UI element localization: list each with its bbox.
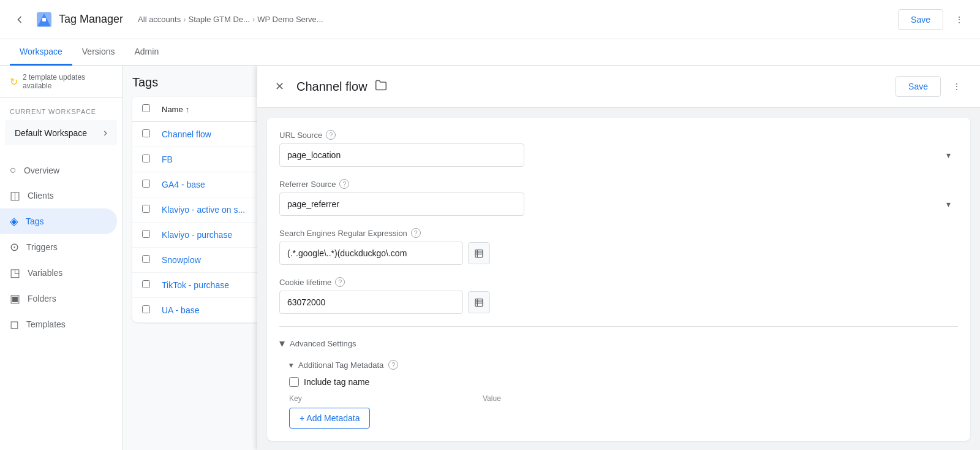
referrer-source-help-icon[interactable]: ? — [339, 179, 349, 189]
row-checkbox[interactable] — [142, 180, 150, 188]
referrer-source-group: Referrer Source ? page_referrer ▾ — [279, 179, 958, 216]
include-tag-name-checkbox[interactable] — [289, 377, 299, 387]
row-checkbox[interactable] — [142, 305, 150, 313]
cookie-lifetime-help-icon[interactable]: ? — [335, 277, 345, 287]
url-source-select[interactable]: page_location — [279, 143, 524, 167]
row-checkbox[interactable] — [142, 154, 150, 162]
select-all-input[interactable] — [142, 104, 150, 112]
sidebar-section-label: CURRENT WORKSPACE — [0, 103, 122, 118]
workspace-arrow-icon: › — [104, 126, 107, 139]
panel-more-button[interactable]: ⋮ — [946, 75, 968, 97]
search-engines-group: Search Engines Regular Expression ? — [279, 228, 958, 265]
tab-versions[interactable]: Versions — [72, 39, 125, 66]
url-source-help-icon[interactable]: ? — [326, 130, 336, 140]
additional-metadata-label: Additional Tag Metadata — [298, 360, 383, 370]
sidebar-item-label-clients: Clients — [28, 191, 54, 200]
select-all-checkbox[interactable] — [142, 104, 162, 114]
cookie-lifetime-group: Cookie lifetime ? 63072000 — [279, 277, 958, 314]
referrer-source-select-wrapper: page_referrer ▾ — [279, 193, 958, 216]
cookie-lifetime-input-wrapper: 63072000 — [279, 291, 958, 314]
sidebar-workspace-selector[interactable]: Default Workspace › — [5, 120, 117, 145]
triggers-icon: ⊙ — [10, 240, 19, 254]
panel-save-button[interactable]: Save — [895, 76, 941, 97]
back-button[interactable] — [10, 10, 29, 29]
sidebar-update-banner[interactable]: ↻ 2 template updates available — [0, 66, 122, 98]
sidebar-item-label-folders: Folders — [28, 294, 56, 303]
tab-admin[interactable]: Admin — [124, 39, 168, 66]
referrer-source-chevron-icon: ▾ — [946, 199, 951, 209]
sidebar-item-templates[interactable]: ◻ Templates — [0, 311, 117, 337]
tab-workspace[interactable]: Workspace — [10, 39, 72, 66]
panel-container: ✕ Channel flow Save ⋮ — [257, 66, 980, 450]
sidebar-item-clients[interactable]: ◫ Clients — [0, 183, 117, 208]
row-checkbox[interactable] — [142, 255, 150, 263]
sort-icon[interactable]: ↑ — [186, 105, 190, 114]
tag-link[interactable]: Snowplow — [162, 255, 201, 265]
panel-folder-icon[interactable] — [375, 79, 387, 94]
tag-link[interactable]: GA4 - base — [162, 180, 205, 189]
overview-icon: ○ — [10, 164, 17, 177]
additional-metadata-toggle[interactable]: ▾ Additional Tag Metadata ? — [289, 360, 958, 370]
row-checkbox[interactable] — [142, 129, 150, 137]
tag-link[interactable]: FB — [162, 154, 173, 164]
sidebar-item-label-templates: Templates — [26, 319, 66, 329]
breadcrumb-page: WP Demo Serve... — [257, 15, 323, 24]
include-tag-name-label: Include tag name — [304, 377, 369, 387]
sidebar-item-variables[interactable]: ◳ Variables — [0, 260, 117, 286]
tag-link[interactable]: Channel flow — [162, 129, 211, 139]
breadcrumb-sep: › — [183, 15, 186, 24]
cookie-lifetime-picker-icon[interactable] — [468, 291, 490, 313]
row-checkbox[interactable] — [142, 280, 150, 288]
url-source-label: URL Source ? — [279, 130, 958, 140]
svg-rect-2 — [42, 18, 46, 21]
breadcrumb-part1: All accounts — [138, 15, 181, 24]
cookie-lifetime-label: Cookie lifetime ? — [279, 277, 958, 287]
settings-card: URL Source ? page_location ▾ — [267, 118, 970, 441]
referrer-source-select[interactable]: page_referrer — [279, 193, 524, 216]
tag-link[interactable]: TikTok - purchase — [162, 280, 229, 290]
app-name: Tag Manager — [59, 13, 123, 26]
workspace-name: Default Workspace — [15, 128, 87, 138]
topbar-more-button[interactable]: ⋮ — [948, 9, 970, 31]
additional-metadata-help-icon[interactable]: ? — [388, 360, 398, 370]
panel-title: Channel flow — [296, 80, 368, 94]
sidebar-item-folders[interactable]: ▣ Folders — [0, 286, 117, 311]
update-icon: ↻ — [10, 76, 18, 88]
advanced-settings-label: Advanced Settings — [290, 339, 356, 348]
name-column-header: Name ↑ — [162, 105, 189, 114]
tags-icon: ◈ — [10, 215, 18, 228]
sidebar-item-label-tags: Tags — [26, 216, 44, 226]
sidebar-item-tags[interactable]: ◈ Tags — [0, 208, 117, 234]
app-logo — [34, 10, 54, 29]
panel-body: URL Source ? page_location ▾ — [257, 108, 980, 450]
sidebar-item-overview[interactable]: ○ Overview — [0, 158, 117, 183]
panel-close-button[interactable]: ✕ — [270, 77, 289, 96]
search-engines-picker-icon[interactable] — [468, 242, 490, 264]
sidebar-item-triggers[interactable]: ⊙ Triggers — [0, 234, 117, 260]
search-engines-input[interactable] — [279, 242, 463, 265]
divider — [279, 326, 958, 327]
sidebar-item-label-variables: Variables — [28, 268, 62, 278]
tag-link[interactable]: Klaviyo - active on s... — [162, 205, 245, 215]
tag-link[interactable]: Klaviyo - purchase — [162, 230, 232, 240]
clients-icon: ◫ — [10, 189, 20, 202]
templates-icon: ◻ — [10, 318, 19, 331]
svg-rect-3 — [475, 250, 483, 257]
tag-link[interactable]: UA - base — [162, 305, 199, 315]
nav-tabs: Workspace Versions Admin — [0, 39, 980, 66]
add-metadata-button[interactable]: + Add Metadata — [289, 408, 370, 429]
url-source-select-wrapper: page_location ▾ — [279, 143, 958, 167]
topbar: Tag Manager All accounts › Staple GTM De… — [0, 0, 980, 39]
row-checkbox[interactable] — [142, 205, 150, 213]
advanced-settings-toggle[interactable]: ▾ Advanced Settings — [279, 337, 958, 350]
main-content: ↻ 2 template updates available CURRENT W… — [0, 66, 980, 450]
topbar-right: Save ⋮ — [898, 9, 970, 31]
panel-header: ✕ Channel flow Save ⋮ — [257, 66, 980, 108]
include-tag-name-row: Include tag name — [289, 377, 958, 387]
variables-icon: ◳ — [10, 266, 20, 280]
row-checkbox[interactable] — [142, 230, 150, 238]
cookie-lifetime-input[interactable]: 63072000 — [279, 291, 463, 314]
search-engines-help-icon[interactable]: ? — [411, 228, 421, 238]
topbar-save-button[interactable]: Save — [898, 9, 943, 30]
advanced-chevron-icon: ▾ — [279, 337, 285, 350]
